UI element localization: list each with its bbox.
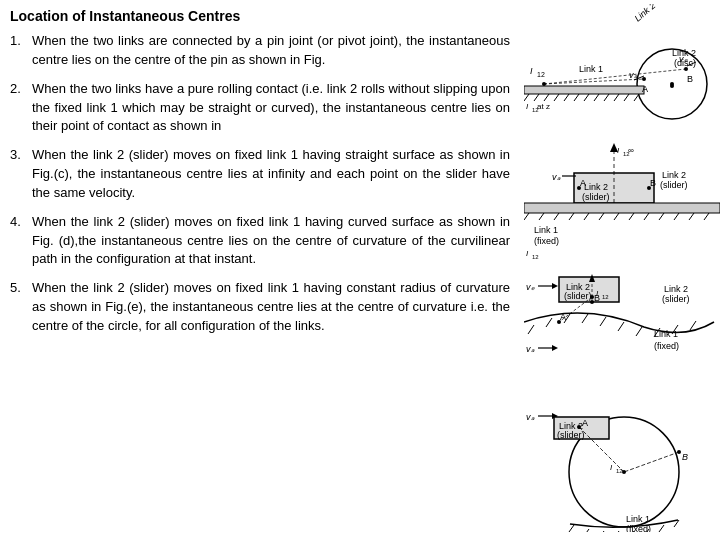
- svg-text:(slider): (slider): [557, 430, 585, 440]
- svg-text:B: B: [650, 178, 656, 188]
- svg-line-44: [584, 213, 589, 220]
- svg-text:B: B: [682, 452, 688, 462]
- svg-text:Link 1: Link 1: [534, 225, 558, 235]
- svg-text:Link 2: Link 2: [664, 284, 688, 294]
- svg-text:vₐ: vₐ: [552, 172, 561, 182]
- svg-text:I: I: [530, 66, 533, 76]
- svg-line-43: [569, 213, 574, 220]
- svg-text:A: A: [642, 84, 648, 94]
- svg-line-48: [644, 213, 649, 220]
- svg-line-51: [689, 213, 694, 220]
- list-item: 5. When the link 2 (slider) moves on fix…: [10, 279, 510, 336]
- svg-line-81: [582, 314, 588, 323]
- left-panel: Location of Instantaneous Centres 1. Whe…: [0, 0, 520, 540]
- list-text-2: When the two links have a pure rolling c…: [32, 80, 510, 137]
- svg-text:A: A: [560, 312, 566, 322]
- diagram-top: Link 2 I 12 Link 1 Link 2 (disc) vₐ v: [524, 4, 720, 134]
- svg-text:A: A: [580, 178, 586, 188]
- svg-text:12: 12: [602, 294, 609, 300]
- svg-line-34: [544, 79, 644, 84]
- svg-text:(slider): (slider): [582, 192, 610, 202]
- svg-line-45: [599, 213, 604, 220]
- svg-line-18: [604, 94, 609, 101]
- svg-line-79: [546, 318, 552, 327]
- svg-line-12: [544, 94, 549, 101]
- diagram-bottom: vₑ Link 2 (slider) B Link 1 (fixed) vₐ A: [524, 272, 720, 532]
- svg-line-121: [599, 531, 604, 532]
- svg-text:I: I: [617, 146, 620, 155]
- svg-text:Link 1: Link 1: [626, 514, 650, 524]
- svg-line-16: [584, 94, 589, 101]
- svg-text:Link 2: Link 2: [662, 170, 686, 180]
- svg-line-40: [524, 213, 529, 220]
- svg-line-35: [544, 69, 686, 84]
- svg-line-47: [629, 213, 634, 220]
- svg-line-49: [659, 213, 664, 220]
- svg-text:vₑ: vₑ: [526, 282, 535, 292]
- svg-line-46: [614, 213, 619, 220]
- svg-text:∞: ∞: [628, 146, 634, 155]
- list-item: 2. When the two links have a pure rollin…: [10, 80, 510, 137]
- svg-text:I: I: [526, 102, 529, 111]
- list-text-1: When the two links are connected by a pi…: [32, 32, 510, 70]
- svg-text:12: 12: [532, 254, 539, 260]
- svg-line-82: [600, 317, 606, 326]
- svg-text:(slider): (slider): [662, 294, 690, 304]
- svg-line-42: [554, 213, 559, 220]
- svg-line-129: [624, 452, 679, 472]
- list-number-2: 2.: [10, 80, 32, 137]
- right-panel: Link 2 I 12 Link 1 Link 2 (disc) vₐ v: [520, 0, 720, 540]
- svg-text:(slider): (slider): [564, 291, 592, 301]
- svg-line-10: [524, 94, 529, 101]
- svg-line-13: [554, 94, 559, 101]
- svg-line-78: [528, 325, 534, 334]
- svg-text:vₐ: vₐ: [526, 344, 535, 354]
- svg-line-20: [624, 94, 629, 101]
- svg-line-122: [614, 531, 619, 532]
- list-number-4: 4.: [10, 213, 32, 270]
- list-item: 3. When the link 2 (slider) moves on fix…: [10, 146, 510, 203]
- svg-marker-92: [552, 345, 558, 351]
- svg-line-119: [569, 525, 574, 532]
- content-list: 1. When the two links are connected by a…: [10, 32, 510, 336]
- svg-line-120: [584, 529, 589, 532]
- svg-text:(slider): (slider): [660, 180, 688, 190]
- svg-text:B: B: [687, 74, 693, 84]
- svg-text:12: 12: [537, 71, 545, 78]
- svg-line-50: [674, 213, 679, 220]
- list-number-3: 3.: [10, 146, 32, 203]
- svg-text:Link 2: Link 2: [584, 182, 608, 192]
- list-item: 1. When the two links are connected by a…: [10, 32, 510, 70]
- svg-rect-39: [524, 203, 720, 213]
- list-text-3: When the link 2 (slider) moves on fixed …: [32, 146, 510, 203]
- svg-text:vₐ: vₐ: [526, 412, 535, 422]
- svg-text:12: 12: [616, 468, 623, 474]
- svg-line-87: [690, 321, 696, 330]
- list-text-5: When the link 2 (slider) moves on fixed …: [32, 279, 510, 336]
- svg-line-14: [564, 94, 569, 101]
- svg-text:vₑ: vₑ: [679, 54, 688, 64]
- svg-line-41: [539, 213, 544, 220]
- svg-text:(fixed): (fixed): [534, 236, 559, 246]
- svg-text:at z: at z: [537, 102, 550, 111]
- svg-marker-72: [552, 283, 558, 289]
- svg-rect-9: [524, 86, 644, 94]
- list-number-1: 1.: [10, 32, 32, 70]
- svg-text:Link 1: Link 1: [654, 329, 678, 339]
- svg-line-15: [574, 94, 579, 101]
- svg-text:Link 2: Link 2: [632, 4, 657, 23]
- svg-line-52: [704, 213, 709, 220]
- list-number-5: 5.: [10, 279, 32, 336]
- svg-point-22: [670, 84, 674, 88]
- svg-line-17: [594, 94, 599, 101]
- list-text-4: When the link 2 (slider) moves on fixed …: [32, 213, 510, 270]
- svg-line-19: [614, 94, 619, 101]
- svg-line-125: [659, 525, 664, 532]
- svg-text:I: I: [526, 249, 529, 258]
- page-title: Location of Instantaneous Centres: [10, 8, 510, 24]
- list-item: 4. When the link 2 (slider) moves on fix…: [10, 213, 510, 270]
- svg-line-21: [634, 94, 639, 101]
- svg-line-11: [534, 94, 539, 101]
- diagram-mid: Link 2 (slider) Link 1 (fixed) Link 2 (s…: [524, 138, 720, 268]
- svg-text:Link 1: Link 1: [579, 64, 603, 74]
